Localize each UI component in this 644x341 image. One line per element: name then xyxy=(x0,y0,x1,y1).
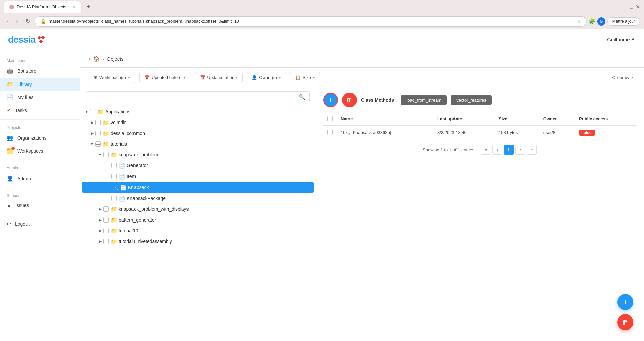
sidebar-divider-3 xyxy=(0,188,80,188)
tab-favicon xyxy=(9,5,14,9)
workspace-filter-icon: ⊞ xyxy=(94,75,97,80)
checkbox-knapsack[interactable]: ✓ xyxy=(113,185,118,190)
updated-before-filter[interactable]: 📅 Updated before ▾ xyxy=(139,72,191,83)
tree-node-knapsack-package[interactable]: 📄 KnapsackPackage xyxy=(80,193,315,204)
updated-after-filter[interactable]: 📅 Updated after ▾ xyxy=(195,72,243,83)
page-prev-btn[interactable]: ‹ xyxy=(492,145,502,155)
tree-node-knapsack[interactable]: ✓ 📄 Knapsack xyxy=(82,182,314,193)
tree-node-generator[interactable]: 📄 Generator xyxy=(80,160,315,171)
tree-node-tutorials[interactable]: ▼ — 📁 tutorials xyxy=(80,139,315,149)
calendar-icon-1: 📅 xyxy=(144,75,150,80)
logo-text: dessia xyxy=(8,34,35,45)
tree-node-knapsack-problem[interactable]: ▼ — 📁 knapsack_problem xyxy=(80,149,315,160)
updated-after-label: Updated after xyxy=(207,75,234,80)
checkbox-pattern-generator[interactable] xyxy=(103,217,109,223)
checkbox-generator[interactable] xyxy=(111,163,117,168)
order-by-filter[interactable]: Order by ▾ xyxy=(609,72,636,83)
sidebar-item-workspaces[interactable]: 🗂️ Workspaces xyxy=(0,144,80,157)
owner-filter[interactable]: 👤 Owner(s) ▾ xyxy=(247,72,286,83)
search-input-wrap[interactable]: 🔍 xyxy=(86,91,310,102)
checkbox-knapsack-problem[interactable]: — xyxy=(103,152,109,157)
tree-node-pattern-generator[interactable]: ▶ 📁 pattern_generator xyxy=(80,214,315,225)
tree-label-kp-with-displays: knapsack_problem_with_displays xyxy=(119,206,189,212)
user-name: Guillaume B. xyxy=(607,37,636,42)
size-filter[interactable]: 📋 Size ▾ xyxy=(290,72,320,83)
tab-close-icon[interactable]: ✕ xyxy=(72,4,76,10)
checkbox-volmdlr[interactable] xyxy=(95,120,101,125)
address-bar[interactable]: 🔒 master.dessia.ovh/objects?class_names=… xyxy=(35,16,587,27)
checkbox-tutorial10[interactable] xyxy=(103,228,109,233)
refresh-button[interactable]: ↻ xyxy=(23,17,33,26)
toggle-item xyxy=(105,173,111,180)
checkbox-applications[interactable]: — xyxy=(90,109,95,114)
pagination-info: Showing 1 to 1 of 1 entries xyxy=(423,147,474,152)
close-window-icon[interactable]: ✕ xyxy=(636,4,640,10)
tree-node-tutorial10[interactable]: ▶ 📁 tutorial10 xyxy=(80,225,315,236)
profile-icon[interactable]: G xyxy=(597,17,605,26)
toggle-volmdlr[interactable]: ▶ xyxy=(89,119,95,126)
breadcrumb-nav-toggle[interactable]: ‹ xyxy=(89,56,90,62)
sidebar-item-botstore[interactable]: 🤖 Bot store xyxy=(0,64,80,78)
order-by-label: Order by xyxy=(612,75,629,80)
toggle-tutorials[interactable]: ▼ xyxy=(89,141,95,147)
tree-node-dessia-common[interactable]: ▶ 📁 dessia_common xyxy=(80,128,315,139)
extensions-icon[interactable]: 🧩 xyxy=(589,18,595,25)
sidebar-item-tasks[interactable]: ✓ Tasks xyxy=(0,104,80,117)
minimize-icon[interactable]: ─ xyxy=(624,4,627,10)
checkbox-item[interactable] xyxy=(111,174,117,179)
toggle-tutorial1[interactable]: ▶ xyxy=(97,238,103,245)
search-input[interactable] xyxy=(90,94,299,100)
method-vector-features[interactable]: vector_features xyxy=(451,95,492,105)
tree-node-kp-with-displays[interactable]: ▶ 📁 knapsack_problem_with_displays xyxy=(80,204,315,214)
fab-delete-button[interactable]: 🗑 xyxy=(617,314,633,330)
add-button-highlighted[interactable]: + xyxy=(323,93,338,107)
checkbox-tutorials[interactable]: — xyxy=(95,141,101,147)
checkbox-kp-with-displays[interactable] xyxy=(103,206,109,212)
browser-tab[interactable]: DessIA Platform | Objects ✕ xyxy=(4,1,81,13)
page-first-btn[interactable]: « xyxy=(481,145,491,155)
page-1-btn[interactable]: 1 xyxy=(504,145,514,155)
row-checkbox[interactable] xyxy=(327,130,333,135)
owner-chevron: ▾ xyxy=(279,75,281,80)
sidebar-item-organizations[interactable]: 👥 Organizations xyxy=(0,131,80,144)
workspace-filter[interactable]: ⊞ Workspace(s) ▾ xyxy=(89,72,135,83)
page-last-btn[interactable]: » xyxy=(527,145,537,155)
tree-content: ▼ — 📁 Applications ▶ 📁 volmdlr xyxy=(80,106,315,341)
tree-node-tutorial1[interactable]: ▶ 📁 tutorial1_rivetedassembly xyxy=(80,236,315,247)
toggle-pattern-generator[interactable]: ▶ xyxy=(97,216,103,223)
tree-node-volmdlr[interactable]: ▶ 📁 volmdlr xyxy=(80,117,315,128)
checkbox-dessia-common[interactable] xyxy=(95,131,101,136)
toggle-dessia-common[interactable]: ▶ xyxy=(89,130,95,137)
page-next-btn[interactable]: › xyxy=(515,145,525,155)
table-row[interactable]: 10kg [Knapsack #03862b] 8/2/2023 18:40 1… xyxy=(323,125,636,139)
toggle-kp-with-displays[interactable]: ▶ xyxy=(97,206,103,212)
maximize-icon[interactable]: □ xyxy=(630,4,633,10)
tree-node-applications[interactable]: ▼ — 📁 Applications xyxy=(80,106,315,117)
back-button[interactable]: ‹ xyxy=(4,16,11,26)
folder-icon-knapsack-problem: 📁 xyxy=(111,152,117,158)
toggle-applications[interactable]: ▼ xyxy=(83,108,90,115)
new-tab-button[interactable]: + xyxy=(84,2,93,11)
toggle-knapsack-problem[interactable]: ▼ xyxy=(97,151,103,158)
workspaces-icon: 🗂️ xyxy=(7,148,13,154)
delete-button[interactable]: 🗑 xyxy=(342,93,357,107)
update-button[interactable]: Mettre à jour xyxy=(607,17,640,26)
folder-icon-pattern-generator: 📁 xyxy=(111,217,117,223)
logo-diamond-group xyxy=(38,36,44,43)
method-load-from-stream[interactable]: load_from_stream xyxy=(401,95,447,105)
bookmark-icon[interactable]: ☆ xyxy=(577,19,581,24)
checkbox-knapsack-package[interactable] xyxy=(111,196,117,201)
sidebar-item-admin[interactable]: 👤 Admin xyxy=(0,172,80,185)
sidebar-item-myfiles[interactable]: 📄 My files xyxy=(0,91,80,104)
organizations-label: Organizations xyxy=(17,135,46,141)
fab-add-button[interactable]: + xyxy=(617,294,633,310)
breadcrumb-home-icon[interactable]: 🏠 xyxy=(93,56,100,62)
sidebar-item-library[interactable]: 📁 Library xyxy=(0,78,80,91)
sidebar-item-logout[interactable]: ↩ Logout xyxy=(0,217,80,230)
header-checkbox[interactable] xyxy=(327,116,333,121)
tree-node-item[interactable]: 📄 Item xyxy=(80,171,315,182)
sidebar-item-issues[interactable]: ▲ Issues xyxy=(0,199,80,211)
forward-button[interactable]: › xyxy=(13,16,21,26)
toggle-tutorial10[interactable]: ▶ xyxy=(97,227,103,234)
checkbox-tutorial1[interactable] xyxy=(103,239,109,244)
